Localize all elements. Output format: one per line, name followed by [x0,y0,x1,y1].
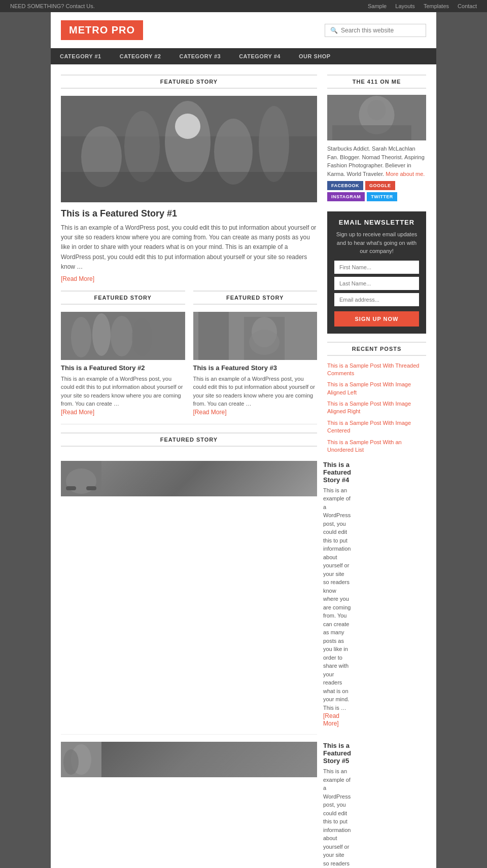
nav-item-cat2[interactable]: CATEGORY #2 [111,48,170,64]
top-nav-sample[interactable]: Sample [368,3,387,9]
nav-item-shop[interactable]: OUR SHOP [290,48,340,64]
featured-col2-title: This is a Featured Story #3 [193,364,318,372]
nav-item-cat3[interactable]: CATEGORY #3 [170,48,230,64]
sidebar-profile-image [327,95,426,140]
featured-main-read-more[interactable]: [Read More] [61,275,94,282]
recent-post-2[interactable]: This is a Sample Post With Image Aligned… [327,381,426,396]
featured-main-section-label: FEATURED STORY [61,75,317,89]
main-content: FEATURED STORY Th [61,75,317,868]
nav-item-cat1[interactable]: CATEGORY #1 [51,48,111,64]
svg-point-11 [92,313,111,356]
featured-two-col: FEATURED STORY This is a Featured Story … [61,291,317,416]
svg-point-4 [165,101,211,182]
recent-post-1[interactable]: This is a Sample Post With Threaded Comm… [327,362,426,378]
social-btn-instagram[interactable]: INSTAGRAM [327,192,365,201]
social-btn-facebook[interactable]: FACEBOOK [327,181,363,190]
featured-col1-excerpt: This is an example of a WordPress post, … [61,375,185,408]
recent-post-3[interactable]: This is a Sample Post With Image Aligned… [327,400,426,416]
sidebar-recent-posts: RECENT POSTS This is a Sample Post With … [327,342,426,454]
top-nav-contact[interactable]: Contact [458,3,477,9]
svg-point-12 [111,316,133,356]
site-logo[interactable]: METRO PRO [61,20,143,40]
newsletter-email[interactable] [334,293,419,306]
top-bar-message: NEED SOMETHING? Contact Us. [10,3,95,9]
svg-point-3 [124,111,160,182]
svg-point-25 [63,749,79,775]
featured-list-thumb-5 [61,742,317,777]
main-nav: CATEGORY #1 CATEGORY #2 CATEGORY #3 CATE… [51,48,436,64]
sidebar-about-link[interactable]: More about me. [386,171,425,177]
svg-rect-15 [198,312,229,360]
recent-post-5[interactable]: This is a Sample Post With an Unordered … [327,439,426,454]
newsletter-desc: Sign up to receive email updates and to … [334,230,419,256]
svg-point-10 [71,317,91,357]
svg-point-18 [249,330,280,355]
top-nav-layouts[interactable]: Layouts [395,3,415,9]
site-wrapper: METRO PRO 🔍 CATEGORY #1 CATEGORY #2 CATE… [51,12,436,868]
featured-col1-section-label: FEATURED STORY [61,291,185,305]
featured-list-item-5: This is a Featured Story #5 This is an e… [61,735,317,868]
svg-rect-22 [86,486,96,490]
featured-list-section-label: FEATURED STORY [61,432,317,447]
sidebar-bio-text: Starbucks Addict. Sarah McLachlan Fan. B… [327,144,426,178]
newsletter-first-name[interactable] [334,261,419,274]
sidebar-about-section: THE 411 ON ME Starbucks Addict. Sarah Mc… [327,75,426,201]
featured-col2-read-more[interactable]: [Read More] [193,409,227,416]
sidebar-about-title: THE 411 ON ME [327,75,426,89]
sidebar: THE 411 ON ME Starbucks Addict. Sarah Mc… [327,75,426,868]
featured-col1-read-more[interactable]: [Read More] [61,409,94,416]
section-separator [61,424,317,424]
featured-list-item-4: This is a Featured Story #4 This is an e… [61,454,317,735]
newsletter-submit-button[interactable]: SIGN UP NOW [334,311,419,327]
social-btn-twitter[interactable]: TWITTER [367,192,397,201]
newsletter-title: EMAIL NEWSLETTER [334,219,419,226]
social-buttons: FACEBOOK GOOGLE INSTAGRAM TWITTER [327,181,426,201]
content-area: FEATURED STORY Th [51,64,436,868]
svg-rect-32 [332,125,411,140]
newsletter-box: EMAIL NEWSLETTER Sign up to receive emai… [327,211,426,334]
nav-item-cat4[interactable]: CATEGORY #4 [230,48,290,64]
sidebar-recent-title: RECENT POSTS [327,342,426,356]
top-bar-nav: Sample Layouts Templates Contact [361,3,477,9]
featured-col1: FEATURED STORY This is a Featured Story … [61,291,185,416]
svg-point-7 [175,114,200,139]
featured-list-thumb-4 [61,461,317,496]
top-bar: NEED SOMETHING? Contact Us. Sample Layou… [0,0,487,12]
featured-col2-image [193,312,318,360]
social-btn-google[interactable]: GOOGLE [365,181,395,190]
svg-rect-8 [61,172,317,202]
featured-main-title: This is a Featured Story #1 [61,208,317,219]
featured-main-article: This is a Featured Story #1 This is an e… [61,96,317,282]
site-header: METRO PRO 🔍 [51,12,436,48]
svg-point-6 [259,106,289,182]
featured-col2-excerpt: This is an example of a WordPress post, … [193,375,318,408]
featured-col1-image [61,312,185,360]
search-input[interactable] [341,27,421,34]
recent-post-4[interactable]: This is a Sample Post With Image Centere… [327,419,426,435]
header-search-container: 🔍 [325,24,426,37]
featured-col2-section-label: FEATURED STORY [193,291,318,305]
featured-main-image [61,96,317,202]
svg-point-31 [368,100,386,120]
search-icon: 🔍 [330,27,338,34]
newsletter-last-name[interactable] [334,277,419,290]
svg-rect-21 [66,486,76,490]
featured-col1-title: This is a Featured Story #2 [61,364,185,372]
top-nav-templates[interactable]: Templates [424,3,449,9]
svg-point-13 [132,318,152,356]
featured-main-excerpt: This is an example of a WordPress post, … [61,223,317,272]
featured-col2: FEATURED STORY This is a Featured Story … [193,291,318,416]
